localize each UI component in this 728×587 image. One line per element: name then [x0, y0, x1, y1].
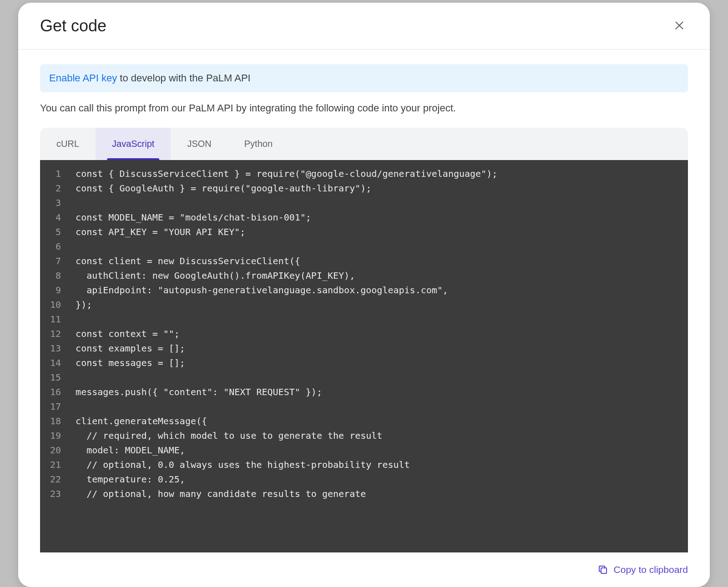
code-line [76, 239, 683, 254]
line-number: 19 [50, 428, 61, 443]
code-line: authClient: new GoogleAuth().fromAPIKey(… [76, 268, 683, 283]
line-number: 1 [50, 166, 61, 181]
modal-footer: Copy to clipboard [18, 552, 710, 587]
line-number: 2 [50, 181, 61, 196]
line-number: 8 [50, 268, 61, 283]
copy-icon [597, 564, 608, 575]
enable-api-link[interactable]: Enable API key [49, 72, 117, 84]
line-number-gutter: 1234567891011121314151617181920212223 [40, 160, 66, 552]
code-line: const { DiscussServiceClient } = require… [76, 166, 683, 181]
svg-rect-2 [601, 568, 607, 573]
code-line: const examples = []; [76, 341, 683, 356]
get-code-modal: Get code Enable API key to develop with … [18, 3, 710, 587]
close-button[interactable] [671, 17, 688, 35]
code-line: client.generateMessage({ [76, 414, 683, 428]
line-number: 7 [50, 254, 61, 268]
modal-header: Get code [18, 3, 710, 50]
code-line: const messages = []; [76, 356, 683, 370]
code-panel: cURLJavaScriptJSONPython 123456789101112… [40, 128, 688, 552]
line-number: 5 [50, 225, 61, 239]
tab-curl[interactable]: cURL [40, 128, 96, 160]
line-number: 15 [50, 370, 61, 385]
line-number: 10 [50, 297, 61, 312]
code-line: }); [76, 297, 683, 312]
banner-text: to develop with the PaLM API [117, 72, 251, 84]
code-line: const client = new DiscussServiceClient(… [76, 254, 683, 268]
line-number: 3 [50, 196, 61, 210]
code-line: // optional, how many candidate results … [76, 487, 683, 501]
description-text: You can call this prompt from our PaLM A… [40, 102, 688, 114]
code-line [76, 312, 683, 326]
line-number: 23 [50, 487, 61, 501]
code-line: apiEndpoint: "autopush-generativelanguag… [76, 283, 683, 297]
code-line [76, 399, 683, 414]
line-number: 13 [50, 341, 61, 356]
language-tabs: cURLJavaScriptJSONPython [40, 128, 688, 160]
code-line: const MODEL_NAME = "models/chat-bison-00… [76, 210, 683, 225]
line-number: 17 [50, 399, 61, 414]
code-line: // optional, 0.0 always uses the highest… [76, 457, 683, 472]
copy-label: Copy to clipboard [614, 564, 688, 575]
code-line: model: MODEL_NAME, [76, 443, 683, 457]
line-number: 16 [50, 385, 61, 399]
line-number: 21 [50, 457, 61, 472]
tab-json[interactable]: JSON [171, 128, 228, 160]
code-line [76, 196, 683, 210]
modal-title: Get code [40, 16, 106, 35]
code-line: // required, which model to use to gener… [76, 428, 683, 443]
close-icon [673, 20, 685, 31]
code-line: const API_KEY = "YOUR API KEY"; [76, 225, 683, 239]
code-line: const context = ""; [76, 326, 683, 341]
line-number: 22 [50, 472, 61, 487]
line-number: 14 [50, 356, 61, 370]
code-area: 1234567891011121314151617181920212223 co… [40, 160, 688, 552]
code-line: temperature: 0.25, [76, 472, 683, 487]
code-text[interactable]: const { DiscussServiceClient } = require… [66, 160, 688, 552]
line-number: 11 [50, 312, 61, 326]
line-number: 4 [50, 210, 61, 225]
modal-content: Enable API key to develop with the PaLM … [18, 50, 710, 552]
line-number: 18 [50, 414, 61, 428]
line-number: 12 [50, 326, 61, 341]
code-line: const { GoogleAuth } = require("google-a… [76, 181, 683, 196]
tab-javascript[interactable]: JavaScript [96, 128, 171, 160]
tab-python[interactable]: Python [228, 128, 289, 160]
code-line [76, 370, 683, 385]
line-number: 9 [50, 283, 61, 297]
code-line: messages.push({ "content": "NEXT REQUEST… [76, 385, 683, 399]
copy-to-clipboard-button[interactable]: Copy to clipboard [597, 564, 688, 575]
line-number: 20 [50, 443, 61, 457]
line-number: 6 [50, 239, 61, 254]
enable-api-banner: Enable API key to develop with the PaLM … [40, 64, 688, 92]
